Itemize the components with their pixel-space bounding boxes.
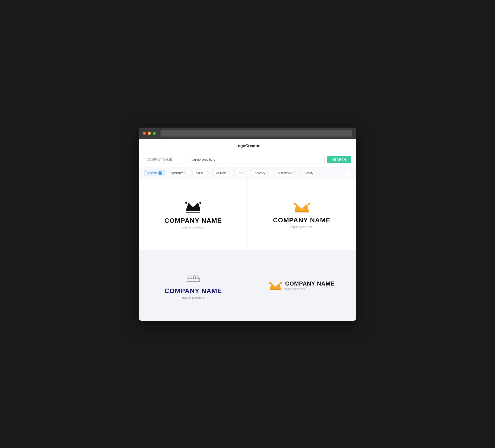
logo-tagline-2: tagline goes here [291,225,313,229]
logo-company-name-4: COMPANY NAME [285,280,334,287]
category-chip-agriculture[interactable]: Agriculture [167,170,191,176]
logo-card-4[interactable]: COMPANY NAME tagline goes here [248,250,356,321]
category-check-animals [227,171,231,175]
category-chip-beauty[interactable]: Beauty [302,170,316,176]
crown-gold-icon [293,200,310,213]
svg-point-22 [274,286,276,288]
category-check-airline [205,171,209,175]
browser-window: LogoCreator SEARCH Abstract ✓ Agricultur… [139,127,356,321]
category-label-attorney: Attorney [255,171,265,175]
search-bar: SEARCH [139,152,356,168]
svg-point-18 [194,275,195,276]
logo-company-name-1: COMPANY NAME [164,217,222,224]
logo-grid: COMPANY NAME tagline goes here COMPANY N… [139,179,356,321]
category-chip-automotive[interactable]: Automotive [275,170,300,176]
crown-outline-icon [185,271,202,283]
svg-rect-24 [270,289,281,290]
category-check-attorney [266,171,270,175]
logo-tagline-4: tagline goes here [285,287,334,290]
category-label-airline: Airline [196,171,203,175]
category-check-abstract: ✓ [158,171,162,175]
crown-gold-small-icon [269,279,282,292]
category-bar: Abstract ✓ Agriculture Airline Animals A… [139,168,356,179]
svg-point-6 [293,203,296,205]
svg-point-1 [185,202,187,204]
category-chip-abstract[interactable]: Abstract ✓ [144,170,165,176]
svg-point-21 [269,282,271,284]
category-chip-airline[interactable]: Airline [192,170,211,176]
svg-point-23 [280,282,282,284]
traffic-light-red[interactable] [143,132,146,135]
category-label-animals: Animals [216,171,226,175]
category-label-art: Art [239,171,242,175]
category-chip-art[interactable]: Art [235,170,250,176]
svg-point-8 [308,203,310,205]
svg-point-16 [187,275,188,276]
category-label-automotive: Automotive [278,171,292,175]
svg-point-19 [197,275,198,276]
crown-black-icon [185,199,202,211]
crown-underline-1 [186,212,200,213]
browser-titlebar [139,127,356,139]
browser-content: LogoCreator SEARCH Abstract ✓ Agricultur… [139,139,356,321]
industry-input[interactable] [229,156,325,163]
logo-horizontal-container: COMPANY NAME tagline goes here [269,279,334,292]
category-label-abstract: Abstract [147,171,157,175]
logo-tagline-3: tagline goes here [182,296,204,299]
app-title: LogoCreator [235,144,260,148]
logo-card-1[interactable]: COMPANY NAME tagline goes here [139,179,247,250]
svg-marker-0 [186,203,200,210]
logo-company-name-3: COMPANY NAME [164,287,222,295]
category-check-art [244,171,247,175]
category-check-agriculture [184,171,188,175]
app-header: LogoCreator [139,139,356,152]
svg-point-7 [301,208,303,210]
browser-urlbar[interactable] [161,130,352,137]
logo-tagline-1: tagline goes here [182,226,204,229]
category-chip-attorney[interactable]: Attorney [252,170,274,176]
traffic-light-yellow[interactable] [148,132,151,135]
svg-point-2 [192,207,194,209]
category-label-beauty: Beauty [304,171,313,175]
svg-point-10 [297,206,299,208]
category-next-button[interactable]: → [345,170,351,176]
svg-rect-4 [186,210,200,211]
svg-point-3 [199,202,201,204]
logo-card-3[interactable]: COMPANY NAME tagline goes here [139,250,247,321]
tagline-input[interactable] [189,156,226,163]
search-button[interactable]: SEARCH [327,156,351,163]
category-chip-animals[interactable]: Animals [213,170,234,176]
logo-horizontal-text: COMPANY NAME tagline goes here [285,280,334,290]
traffic-light-green[interactable] [153,132,156,135]
logo-card-2[interactable]: COMPANY NAME tagline goes here [248,179,356,250]
company-name-input[interactable] [144,156,186,163]
category-check-automotive [293,171,297,175]
svg-point-17 [191,275,192,276]
svg-rect-9 [295,211,309,212]
logo-company-name-2: COMPANY NAME [273,216,330,224]
category-label-agriculture: Agriculture [170,171,183,175]
